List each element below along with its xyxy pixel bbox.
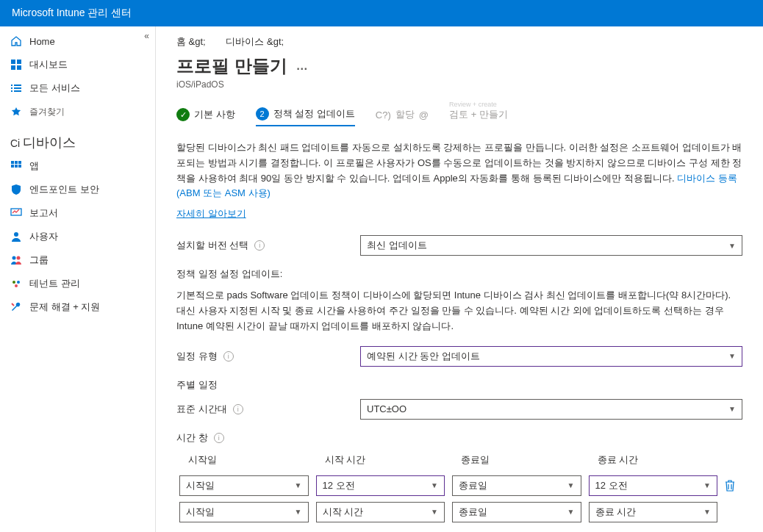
- svg-rect-12: [18, 161, 21, 164]
- svg-rect-13: [11, 165, 14, 168]
- wizard-step-assignments: C?) 할당 @: [376, 108, 429, 126]
- info-icon[interactable]: i: [223, 351, 234, 362]
- nav-groups[interactable]: 그룹: [0, 248, 155, 272]
- start-time-select[interactable]: 12 오전▼: [316, 475, 445, 496]
- nav-tenant-admin[interactable]: 테넌트 관리: [0, 272, 155, 295]
- svg-point-18: [12, 256, 16, 260]
- chevron-down-icon: ▼: [703, 508, 711, 516]
- nav-home[interactable]: Home: [0, 29, 155, 53]
- chevron-down-icon: ▼: [431, 481, 438, 489]
- nav-troubleshoot[interactable]: 문제 해결 + 지원: [0, 295, 155, 319]
- shield-icon: [10, 184, 22, 195]
- info-icon[interactable]: i: [214, 433, 224, 443]
- svg-point-19: [17, 256, 21, 260]
- wizard-step-update-settings[interactable]: 2 정책 설정 업데이트: [256, 107, 355, 126]
- nav-label: 엔드포인트 보안: [29, 183, 99, 196]
- start-day-select[interactable]: 시작일▼: [179, 475, 309, 496]
- product-title: Microsoft Intune 관리 센터: [12, 7, 132, 20]
- chevron-down-icon: ▼: [567, 481, 575, 489]
- monitor-icon: [10, 207, 22, 219]
- nav-endpoint-security[interactable]: 엔드포인트 보안: [0, 178, 155, 201]
- svg-rect-15: [18, 165, 21, 168]
- start-time-select[interactable]: 시작 시간▼: [316, 502, 445, 522]
- description-text: 할당된 디바이스가 최신 패드 업데이트를 자동으로 설치하도록 강제하는 프로…: [176, 140, 742, 201]
- svg-rect-11: [15, 161, 18, 164]
- weekly-schedule-heading: 주별 일정: [176, 378, 742, 392]
- chevron-down-icon: ▼: [703, 481, 711, 489]
- svg-point-20: [12, 281, 15, 284]
- start-day-select[interactable]: 시작일▼: [179, 502, 309, 522]
- page-subtitle: iOS/iPadOS: [176, 79, 742, 90]
- schedule-type-select[interactable]: 예약된 시간 동안 업데이트 ▼: [360, 346, 742, 367]
- nav-users[interactable]: 사용자: [0, 225, 155, 248]
- group-icon: [10, 254, 22, 266]
- info-icon[interactable]: i: [233, 404, 243, 414]
- delete-row-icon[interactable]: [725, 480, 739, 492]
- policy-schedule-heading: 정책 일정 설정 업데이트:: [176, 267, 742, 281]
- table-row: 시작일▼시작 시간▼종료일▼종료 시간▼: [176, 499, 742, 525]
- tenant-icon: [10, 278, 22, 290]
- chevron-down-icon: ▼: [728, 352, 736, 360]
- col-start-day: 시작일: [179, 453, 316, 467]
- user-icon: [10, 231, 22, 242]
- chevron-down-icon: ▼: [728, 242, 736, 250]
- nav-label: 대시보드: [29, 58, 68, 71]
- version-select[interactable]: 최신 업데이트 ▼: [360, 235, 742, 256]
- svg-rect-14: [15, 165, 18, 168]
- svg-rect-5: [14, 85, 21, 86]
- svg-rect-3: [17, 65, 21, 70]
- table-header: 시작일 시작 시간 종료일 종료 시간: [176, 453, 742, 472]
- nav-favorites[interactable]: 즐겨찾기: [0, 100, 155, 123]
- svg-point-22: [15, 284, 18, 287]
- end-time-select[interactable]: 12 오전▼: [589, 475, 718, 496]
- more-icon[interactable]: …: [296, 60, 308, 73]
- timezone-label: 표준 시간대: [176, 403, 227, 416]
- col-start-time: 시작 시간: [316, 453, 453, 467]
- svg-rect-10: [11, 161, 14, 164]
- svg-rect-8: [11, 90, 12, 92]
- time-window-table: 시작일 시작 시간 종료일 종료 시간 시작일▼12 오전▼종료일▼12 오전▼…: [176, 453, 742, 525]
- nav-label: 사용자: [29, 230, 58, 243]
- home-icon: [10, 35, 22, 47]
- end-day-select[interactable]: 종료일▼: [452, 475, 581, 496]
- nav-all-services[interactable]: 모든 서비스: [0, 76, 155, 100]
- nav-label: 문제 해결 + 지원: [29, 301, 100, 314]
- version-select-row: 설치할 버전 선택 i 최신 업데이트 ▼: [176, 235, 742, 256]
- col-end-day: 종료일: [452, 453, 589, 467]
- svg-rect-4: [11, 85, 12, 86]
- breadcrumb: 홈 &gt; 디바이스 &gt;: [176, 35, 742, 48]
- nav-label: 즐겨찾기: [29, 106, 65, 118]
- chevron-down-icon: ▼: [295, 481, 302, 489]
- svg-rect-0: [11, 60, 15, 64]
- page-title: 프로필 만들기 …: [176, 54, 742, 78]
- info-icon[interactable]: i: [254, 240, 265, 251]
- svg-rect-6: [11, 87, 12, 89]
- nav-reports[interactable]: 보고서: [0, 201, 155, 225]
- table-row: 시작일▼12 오전▼종료일▼12 오전▼: [176, 472, 742, 499]
- nav-label: Home: [29, 36, 55, 47]
- chevron-down-icon: ▼: [295, 508, 302, 516]
- schedule-type-row: 일정 유형 i 예약된 시간 동안 업데이트 ▼: [176, 346, 742, 367]
- timezone-select[interactable]: UTC±OO ▼: [360, 399, 742, 420]
- chevron-down-icon: ▼: [431, 508, 438, 516]
- main-layout: « Home 대시보드 모든 서비스 즐겨찾기 Ci디바이스 앱 엔드포인트 보…: [0, 26, 763, 532]
- time-window-row: 시간 창 i: [176, 431, 742, 445]
- nav-apps[interactable]: 앱: [0, 154, 155, 178]
- policy-schedule-text: 기본적으로 pads Software 업데이트 정책이 디바이스에 할당되면 …: [176, 288, 742, 334]
- star-icon: [10, 106, 22, 118]
- breadcrumb-devices[interactable]: 디바이스 &gt;: [226, 36, 284, 47]
- content-area: 홈 &gt; 디바이스 &gt; 프로필 만들기 … iOS/iPadOS ✓ …: [156, 26, 763, 532]
- svg-rect-1: [17, 60, 21, 64]
- wizard-step-basics[interactable]: ✓ 기본 사항: [176, 108, 235, 126]
- nav-devices-heading[interactable]: Ci디바이스: [0, 128, 155, 154]
- nav-label: 테넌트 관리: [29, 277, 80, 290]
- breadcrumb-home[interactable]: 홈 &gt;: [176, 36, 206, 47]
- sidebar: « Home 대시보드 모든 서비스 즐겨찾기 Ci디바이스 앱 엔드포인트 보…: [0, 26, 156, 532]
- end-day-select[interactable]: 종료일▼: [452, 502, 581, 522]
- nav-dashboard[interactable]: 대시보드: [0, 53, 155, 76]
- end-time-select[interactable]: 종료 시간▼: [589, 502, 718, 522]
- learn-more-link[interactable]: 자세히 알아보기: [176, 207, 246, 220]
- collapse-sidebar-icon[interactable]: «: [144, 31, 149, 41]
- nav-label: 그룹: [29, 254, 49, 267]
- chevron-down-icon: ▼: [567, 508, 575, 516]
